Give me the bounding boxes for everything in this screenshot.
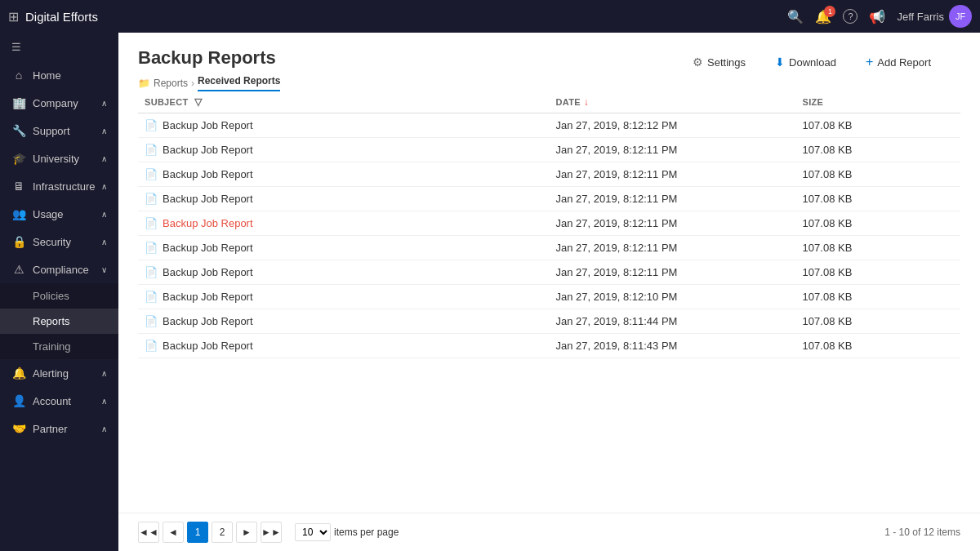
cell-size: 107.08 KB xyxy=(796,138,960,162)
sidebar-label-partner: Partner xyxy=(33,423,68,435)
sidebar-item-infrastructure[interactable]: 🖥 Infrastructure ∧ xyxy=(0,172,118,200)
per-page-label: items per page xyxy=(334,527,399,538)
sidebar-item-support[interactable]: 🔧 Support ∧ xyxy=(0,117,118,144)
sidebar-label-company: Company xyxy=(33,97,78,109)
sidebar-label-account: Account xyxy=(33,395,71,407)
col-header-date[interactable]: Date ↓ xyxy=(550,91,796,113)
cell-date: Jan 27, 2019, 8:11:44 PM xyxy=(550,309,796,334)
cell-size: 107.08 KB xyxy=(796,236,960,260)
table-row[interactable]: 📄Backup Job ReportJan 27, 2019, 8:11:43 … xyxy=(138,334,960,358)
security-chevron-icon: ∧ xyxy=(101,238,107,247)
cell-subject: 📄Backup Job Report xyxy=(138,309,550,334)
alerting-icon: 🔔 xyxy=(11,367,26,380)
report-link[interactable]: Backup Job Report xyxy=(163,144,253,156)
content-header: Backup Reports 📁 Reports › Received Repo… xyxy=(118,33,980,91)
search-icon[interactable]: 🔍 xyxy=(787,9,804,24)
settings-button[interactable]: ⚙ Settings xyxy=(683,51,755,73)
cell-subject: 📄Backup Job Report xyxy=(138,285,550,309)
table-row[interactable]: 📄Backup Job ReportJan 27, 2019, 8:11:44 … xyxy=(138,309,960,334)
sidebar-item-policies[interactable]: Policies xyxy=(0,283,118,309)
cell-subject: 📄Backup Job Report xyxy=(138,334,550,358)
size-col-label: Size xyxy=(803,97,824,107)
account-chevron-icon: ∧ xyxy=(101,397,107,406)
sidebar-item-reports[interactable]: Reports xyxy=(0,309,118,334)
table-row[interactable]: 📄Backup Job ReportJan 27, 2019, 8:12:11 … xyxy=(138,211,960,236)
topbar-actions: 🔍 🔔 1 ? 📢 Jeff Farris JF xyxy=(787,5,972,28)
report-link[interactable]: Backup Job Report xyxy=(163,340,253,352)
pagination-bar: ◄◄ ◄ 1 2 ► ►► 10 25 50 items per page 1 … xyxy=(118,513,980,551)
cell-size: 107.08 KB xyxy=(796,113,960,138)
settings-icon: ⚙ xyxy=(693,56,703,69)
pagination-next-button[interactable]: ► xyxy=(236,522,257,543)
table-row[interactable]: 📄Backup Job ReportJan 27, 2019, 8:12:12 … xyxy=(138,113,960,138)
university-chevron-icon: ∧ xyxy=(101,154,107,163)
pagination-prev-button[interactable]: ◄ xyxy=(163,522,184,543)
sidebar-label-alerting: Alerting xyxy=(33,367,69,380)
breadcrumb-parent[interactable]: Reports xyxy=(154,78,188,89)
cell-date: Jan 27, 2019, 8:12:10 PM xyxy=(550,285,796,309)
sidebar: ☰ ⌂ Home 🏢 Company ∧ 🔧 Support ∧ 🎓 xyxy=(0,33,118,551)
report-link[interactable]: Backup Job Report xyxy=(163,217,253,229)
user-menu[interactable]: Jeff Farris JF xyxy=(897,5,972,28)
subject-col-label: Subject xyxy=(145,97,188,107)
pagination-first-button[interactable]: ◄◄ xyxy=(138,522,159,543)
hamburger-button[interactable]: ☰ xyxy=(0,33,118,61)
download-label: Download xyxy=(789,56,836,69)
file-icon: 📄 xyxy=(145,193,158,205)
report-link[interactable]: Backup Job Report xyxy=(163,315,253,327)
user-avatar: JF xyxy=(949,5,972,28)
pagination-last-button[interactable]: ►► xyxy=(261,522,282,543)
sidebar-item-home[interactable]: ⌂ Home xyxy=(0,61,118,89)
app-title: Digital Efforts xyxy=(25,10,787,24)
cell-subject: 📄Backup Job Report xyxy=(138,138,550,162)
report-link[interactable]: Backup Job Report xyxy=(163,242,253,254)
download-button[interactable]: ⬇ Download xyxy=(765,51,846,73)
support-chevron-icon: ∧ xyxy=(101,127,107,136)
table-row[interactable]: 📄Backup Job ReportJan 27, 2019, 8:12:11 … xyxy=(138,162,960,187)
sidebar-item-training[interactable]: Training xyxy=(0,334,118,359)
cell-date: Jan 27, 2019, 8:12:11 PM xyxy=(550,211,796,236)
help-icon[interactable]: ? xyxy=(843,9,858,24)
sidebar-item-partner[interactable]: 🤝 Partner ∧ xyxy=(0,415,118,442)
sidebar-item-compliance[interactable]: ⚠ Compliance ∨ xyxy=(0,256,118,283)
add-report-button[interactable]: + Add Report xyxy=(856,51,941,73)
report-link[interactable]: Backup Job Report xyxy=(163,168,253,180)
cell-subject: 📄Backup Job Report xyxy=(138,211,550,236)
partner-icon: 🤝 xyxy=(11,422,26,435)
sidebar-item-account[interactable]: 👤 Account ∧ xyxy=(0,387,118,415)
grid-icon[interactable]: ⊞ xyxy=(8,9,19,24)
pagination-page-1[interactable]: 1 xyxy=(187,522,208,543)
notification-icon[interactable]: 🔔 1 xyxy=(815,9,831,24)
cell-date: Jan 27, 2019, 8:12:11 PM xyxy=(550,138,796,162)
per-page-select[interactable]: 10 25 50 xyxy=(295,523,331,541)
report-link[interactable]: Backup Job Report xyxy=(163,119,253,131)
cell-date: Jan 27, 2019, 8:12:12 PM xyxy=(550,113,796,138)
table-row[interactable]: 📄Backup Job ReportJan 27, 2019, 8:12:11 … xyxy=(138,187,960,211)
cell-subject: 📄Backup Job Report xyxy=(138,187,550,211)
page-title: Backup Reports xyxy=(138,47,280,69)
sidebar-item-security[interactable]: 🔒 Security ∧ xyxy=(0,228,118,256)
report-link[interactable]: Backup Job Report xyxy=(163,193,253,205)
table-row[interactable]: 📄Backup Job ReportJan 27, 2019, 8:12:10 … xyxy=(138,285,960,309)
sidebar-item-company[interactable]: 🏢 Company ∧ xyxy=(0,89,118,117)
cell-subject: 📄Backup Job Report xyxy=(138,260,550,285)
file-icon: 📄 xyxy=(145,168,158,180)
user-name: Jeff Farris xyxy=(897,11,944,23)
filter-icon[interactable]: ▽ xyxy=(194,96,202,108)
sidebar-item-alerting[interactable]: 🔔 Alerting ∧ xyxy=(0,359,118,387)
settings-label: Settings xyxy=(707,56,746,69)
table-row[interactable]: 📄Backup Job ReportJan 27, 2019, 8:12:11 … xyxy=(138,260,960,285)
pagination-page-2[interactable]: 2 xyxy=(212,522,233,543)
report-link[interactable]: Backup Job Report xyxy=(163,291,253,303)
announcements-icon[interactable]: 📢 xyxy=(869,9,885,24)
file-icon: 📄 xyxy=(145,291,158,303)
file-icon: 📄 xyxy=(145,315,158,327)
table-row[interactable]: 📄Backup Job ReportJan 27, 2019, 8:12:11 … xyxy=(138,236,960,260)
sidebar-item-usage[interactable]: 👥 Usage ∧ xyxy=(0,200,118,228)
report-link[interactable]: Backup Job Report xyxy=(163,266,253,278)
table-row[interactable]: 📄Backup Job ReportJan 27, 2019, 8:12:11 … xyxy=(138,138,960,162)
sidebar-item-university[interactable]: 🎓 University ∧ xyxy=(0,144,118,172)
col-header-size: Size xyxy=(796,91,960,113)
compliance-icon: ⚠ xyxy=(11,263,26,276)
cell-subject: 📄Backup Job Report xyxy=(138,236,550,260)
